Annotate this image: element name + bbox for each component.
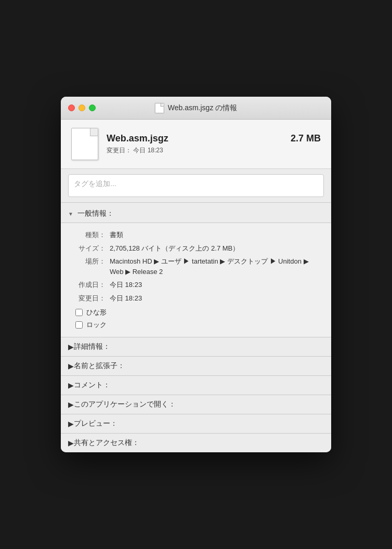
size-value: 2,705,128 バイト（ディスク上の 2.7 MB） xyxy=(110,242,324,255)
modified-value: 今日 18:23 xyxy=(133,147,163,154)
close-button[interactable] xyxy=(68,104,75,111)
tags-placeholder: タグを追加... xyxy=(74,179,116,188)
title-file-icon xyxy=(155,103,164,113)
detail-label: 詳細情報： xyxy=(74,342,110,351)
template-label: ひな形 xyxy=(86,308,107,317)
modified-label-info: 変更日： xyxy=(68,292,110,305)
location-value: Macintosh HD ▶ ユーザ ▶ tartetatin ▶ デスクトップ… xyxy=(110,255,324,278)
table-row: 変更日： 今日 18:23 xyxy=(68,292,324,305)
file-name: Web.asm.jsgz xyxy=(107,133,168,144)
window-title-text: Web.asm.jsgz の情報 xyxy=(168,103,238,113)
info-window: Web.asm.jsgz の情報 Web.asm.jsgz 2.7 MB 変更日… xyxy=(61,97,331,452)
lock-checkbox[interactable] xyxy=(75,321,83,329)
file-modified: 変更日： 今日 18:23 xyxy=(107,146,321,155)
table-row: 作成日： 今日 18:23 xyxy=(68,278,324,292)
detail-arrow-icon xyxy=(68,343,74,351)
table-row: 種類： 書類 xyxy=(68,228,324,242)
created-value: 今日 18:23 xyxy=(110,278,324,292)
file-name-row: Web.asm.jsgz 2.7 MB xyxy=(107,133,321,146)
location-label: 場所： xyxy=(68,255,110,278)
lock-label: ロック xyxy=(86,320,107,330)
sharing-arrow-icon xyxy=(68,439,74,447)
preview-section[interactable]: プレビュー： xyxy=(61,414,331,434)
open-with-arrow-icon xyxy=(68,400,74,409)
table-row: サイズ： 2,705,128 バイト（ディスク上の 2.7 MB） xyxy=(68,242,324,255)
minimize-button[interactable] xyxy=(79,104,85,111)
modified-value-info: 今日 18:23 xyxy=(110,292,324,305)
preview-arrow-icon xyxy=(68,420,74,428)
comment-section[interactable]: コメント： xyxy=(61,376,331,395)
comment-arrow-icon xyxy=(68,381,74,389)
sharing-label: 共有とアクセス権： xyxy=(74,438,139,448)
open-with-label: このアプリケーションで開く： xyxy=(74,400,176,409)
sharing-section[interactable]: 共有とアクセス権： xyxy=(61,434,331,452)
file-header: Web.asm.jsgz 2.7 MB 変更日： 今日 18:23 xyxy=(61,120,331,169)
lock-row: ロック xyxy=(75,320,324,330)
titlebar: Web.asm.jsgz の情報 xyxy=(61,97,331,120)
window-title: Web.asm.jsgz の情報 xyxy=(155,103,238,113)
created-label: 作成日： xyxy=(68,278,110,292)
open-with-section[interactable]: このアプリケーションで開く： xyxy=(61,395,331,414)
general-info-body: 種類： 書類 サイズ： 2,705,128 バイト（ディスク上の 2.7 MB）… xyxy=(61,223,331,337)
size-label: サイズ： xyxy=(68,242,110,255)
template-checkbox[interactable] xyxy=(75,309,83,316)
kind-label: 種類： xyxy=(68,228,110,242)
name-arrow-icon xyxy=(68,362,74,370)
divider xyxy=(61,202,331,203)
detail-section[interactable]: 詳細情報： xyxy=(61,337,331,357)
kind-value: 書類 xyxy=(110,228,324,242)
traffic-lights xyxy=(68,104,96,111)
table-row: 場所： Macintosh HD ▶ ユーザ ▶ tartetatin ▶ デス… xyxy=(68,255,324,278)
general-section-label: 一般情報： xyxy=(77,209,114,218)
tags-input[interactable]: タグを追加... xyxy=(68,174,324,197)
modified-label: 変更日： xyxy=(107,147,132,154)
file-icon-large xyxy=(71,128,98,160)
name-extension-section[interactable]: 名前と拡張子： xyxy=(61,357,331,376)
template-row: ひな形 xyxy=(75,308,324,317)
maximize-button[interactable] xyxy=(89,104,96,111)
preview-label: プレビュー： xyxy=(74,419,117,428)
file-size: 2.7 MB xyxy=(291,133,321,144)
comment-label: コメント： xyxy=(74,381,110,390)
name-label: 名前と拡張子： xyxy=(74,361,125,371)
info-table: 種類： 書類 サイズ： 2,705,128 バイト（ディスク上の 2.7 MB）… xyxy=(68,228,324,305)
general-arrow-icon xyxy=(68,211,74,217)
general-section-header[interactable]: 一般情報： xyxy=(61,205,331,223)
file-info: Web.asm.jsgz 2.7 MB 変更日： 今日 18:23 xyxy=(107,133,321,155)
